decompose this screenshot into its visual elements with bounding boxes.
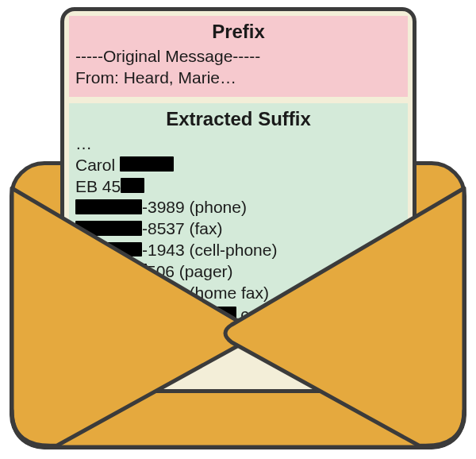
prefix-title: Prefix [75,21,401,43]
suffix-fax-line: -8537 (fax) [75,218,401,240]
suffix-phone-line: -3989 (phone) [75,197,401,218]
redaction-bar [75,242,142,256]
prefix-line: From: Heard, Marie… [75,68,401,89]
paper-card: Prefix -----Original Message----- From: … [60,7,416,393]
suffix-name-line: Carol [75,155,401,176]
email-part: @ [171,305,188,323]
suffix-email-line: carol..@.com [75,304,401,326]
suffix-section: Extracted Suffix … Carol EB 45 -3989 (ph… [69,103,408,332]
email-part: .com [236,305,273,323]
suffix-homefax-line: -8862 (home fax) [75,283,401,304]
redaction-bar [116,307,130,321]
redaction-bar [135,307,171,321]
suffix-eb-line: EB 45 [75,176,401,198]
suffix-cell-line: -1943 (cell-phone) [75,240,401,261]
redaction-bar [189,307,236,321]
redaction-bar [75,264,147,278]
suffix-pager-line: 506 (pager) [75,261,401,283]
suffix-name-prefix: Carol [75,156,120,174]
redaction-bar [75,199,142,214]
redaction-bar [120,156,174,171]
suffix-cell-tail: -1943 (cell-phone) [142,241,277,259]
suffix-phone-tail: -3989 (phone) [142,198,247,216]
prefix-section: Prefix -----Original Message----- From: … [69,16,408,97]
suffix-eb-prefix: EB 45 [75,177,121,195]
suffix-title: Extracted Suffix [75,108,401,130]
redaction-bar [121,178,144,192]
email-part: carol. [75,305,116,323]
suffix-fax-tail: -8537 (fax) [142,219,223,237]
suffix-homefax-tail: -8862 (home fax) [142,284,269,302]
suffix-pager-tail: 506 (pager) [147,262,233,280]
prefix-line: -----Original Message----- [75,46,401,68]
redaction-bar [75,285,142,299]
redaction-bar [75,221,142,235]
suffix-ellipsis: … [75,133,401,155]
figure-root: Prefix -----Original Message----- From: … [0,0,476,459]
